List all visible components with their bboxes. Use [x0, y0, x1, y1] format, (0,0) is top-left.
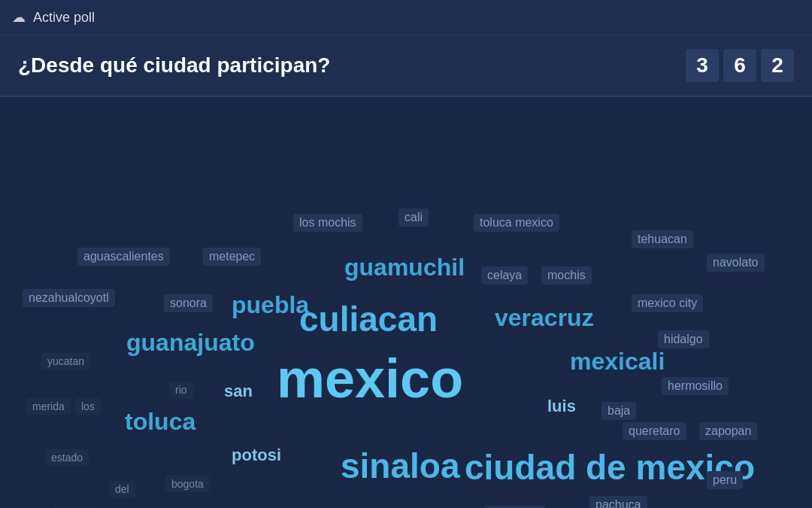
word-item: mexico: [271, 345, 469, 412]
question-bar: ¿Desde qué ciudad participan? 362: [0, 35, 812, 97]
cloud-icon: ☁: [12, 9, 26, 26]
word-item: aguascalientes: [77, 248, 170, 266]
word-item: baja: [601, 402, 636, 420]
word-item: rio: [169, 382, 193, 398]
word-item: merida: [26, 398, 71, 415]
word-item: veracruz: [489, 302, 600, 334]
word-item: mexicali: [564, 345, 671, 378]
word-item: sonora: [164, 294, 213, 312]
word-item: navolato: [707, 254, 765, 272]
word-item: celaya: [481, 266, 528, 284]
word-item: mochis: [541, 266, 592, 284]
header-title: Active poll: [33, 10, 95, 26]
word-item: bogota: [165, 476, 210, 492]
word-item: yucatan: [41, 353, 90, 370]
word-item: puebla: [226, 289, 315, 321]
word-item: guamuchil: [338, 251, 471, 284]
wordcloud-area: mexicoculiacansinaloaciudad de mexicover…: [0, 97, 812, 508]
vote-digit: 6: [723, 49, 756, 82]
header-bar: ☁ Active poll: [0, 0, 812, 35]
word-item: zapopan: [699, 422, 757, 440]
word-item: nezahualcoyotl: [23, 289, 115, 307]
word-item: peru: [707, 471, 743, 489]
word-item: del: [109, 481, 135, 497]
word-item: luis: [541, 394, 582, 418]
word-item: mexico city: [632, 294, 703, 312]
word-item: los: [75, 398, 101, 415]
word-item: hidalgo: [658, 330, 709, 348]
word-item: estado: [45, 449, 89, 466]
vote-digit: 3: [686, 49, 719, 82]
word-item: tehuacan: [632, 230, 693, 248]
question-text: ¿Desde qué ciudad participan?: [18, 53, 330, 78]
vote-digit: 2: [761, 49, 794, 82]
word-item: hermosillo: [662, 377, 729, 395]
word-item: toluca mexico: [474, 214, 559, 232]
word-item: potosi: [226, 443, 287, 467]
word-item: los mochis: [293, 214, 362, 232]
word-item: sinaloa: [335, 443, 466, 488]
word-item: guanajuato: [120, 327, 261, 359]
word-item: culiacan: [293, 297, 444, 342]
word-item: metepec: [203, 248, 261, 266]
word-item: queretaro: [623, 422, 686, 440]
vote-count: 362: [686, 49, 794, 82]
word-item: toluca: [119, 406, 201, 438]
word-item: pachuca: [589, 496, 647, 508]
word-item: san: [218, 379, 259, 403]
word-item: cali: [398, 208, 429, 227]
